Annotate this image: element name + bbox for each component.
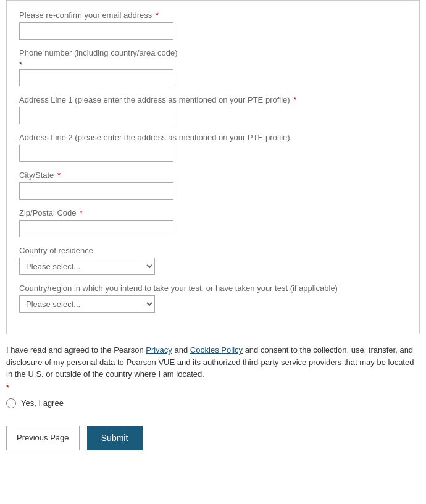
- required-star: *: [291, 95, 297, 104]
- email-reconfirm-label: Please re-confirm your email address *: [19, 10, 407, 20]
- form-section: Please re-confirm your email address * P…: [6, 0, 420, 334]
- zip-input[interactable]: [19, 220, 173, 237]
- country-residence-label: Country of residence: [19, 246, 407, 255]
- email-reconfirm-group: Please re-confirm your email address *: [19, 10, 407, 40]
- city-state-label: City/State *: [19, 170, 407, 180]
- address1-input[interactable]: [19, 107, 173, 124]
- city-state-group: City/State *: [19, 170, 407, 200]
- previous-page-button[interactable]: Previous Page: [6, 426, 80, 450]
- phone-group: Phone number (including country/area cod…: [19, 48, 407, 86]
- address2-input[interactable]: [19, 145, 173, 162]
- phone-label: Phone number (including country/area cod…: [19, 48, 407, 57]
- phone-input[interactable]: [19, 69, 173, 86]
- required-star: *: [55, 170, 61, 180]
- agree-row: Yes, I agree: [6, 398, 420, 408]
- country-residence-group: Country of residence Please select...: [19, 246, 407, 275]
- consent-required-star: *: [6, 383, 420, 392]
- phone-required-star: *: [19, 60, 407, 69]
- required-star: *: [78, 208, 83, 217]
- address1-label: Address Line 1 (please enter the address…: [19, 95, 407, 104]
- zip-group: Zip/Postal Code *: [19, 208, 407, 237]
- zip-label: Zip/Postal Code *: [19, 208, 407, 217]
- consent-text: I have read and agreed to the Pearson Pr…: [6, 344, 420, 380]
- address2-group: Address Line 2 (please enter the address…: [19, 133, 407, 162]
- submit-button[interactable]: Submit: [87, 426, 143, 450]
- button-row: Previous Page Submit: [0, 418, 426, 456]
- agree-label: Yes, I agree: [21, 398, 64, 408]
- country-test-select[interactable]: Please select...: [19, 295, 155, 313]
- agree-radio[interactable]: [6, 398, 16, 408]
- country-residence-select[interactable]: Please select...: [19, 258, 155, 275]
- city-state-input[interactable]: [19, 182, 173, 200]
- country-test-group: Country/region in which you intend to ta…: [19, 284, 407, 313]
- address2-label: Address Line 2 (please enter the address…: [19, 133, 407, 142]
- country-test-label: Country/region in which you intend to ta…: [19, 284, 407, 293]
- address1-group: Address Line 1 (please enter the address…: [19, 95, 407, 124]
- email-reconfirm-input[interactable]: [19, 22, 173, 40]
- required-star: *: [153, 10, 159, 20]
- cookies-link[interactable]: Cookies Policy: [190, 345, 243, 355]
- consent-section: I have read and agreed to the Pearson Pr…: [0, 344, 426, 418]
- privacy-link[interactable]: Privacy: [146, 345, 172, 355]
